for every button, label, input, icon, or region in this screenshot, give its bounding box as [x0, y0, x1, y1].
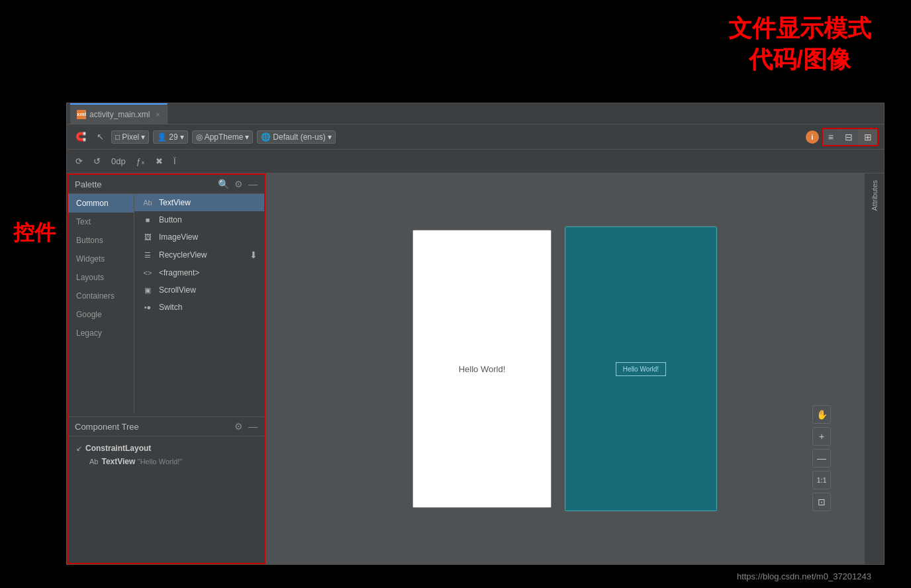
pixel-label: Pixel: [122, 132, 139, 142]
zoom-in-button[interactable]: +: [812, 427, 831, 446]
chevron-down-icon-2: ▾: [180, 132, 184, 142]
api-select[interactable]: 👤 29 ▾: [153, 130, 187, 144]
widget-switch[interactable]: •● Switch: [134, 299, 264, 316]
component-tree-section: Component Tree ⚙ — ↙ ConstraintLayout A: [68, 417, 264, 563]
tab-activity-main[interactable]: xml activity_main.xml ×: [70, 103, 168, 124]
widget-imageview[interactable]: 🖼 ImageView: [134, 228, 264, 246]
category-list: Common Text Buttons Widgets Layouts Cont…: [68, 194, 134, 414]
ide-container: xml activity_main.xml × 🧲 ↖ □ Pixel ▾ 👤 …: [66, 103, 885, 565]
annotation-line1: 文件显示模式: [728, 13, 871, 44]
tree-textview[interactable]: Ab TextView "Hello World!": [76, 455, 256, 468]
person-icon: 👤: [157, 132, 167, 142]
view-mode-group: ≡ ⊟ ⊞: [822, 128, 879, 146]
attributes-label[interactable]: Attributes: [871, 180, 879, 211]
tab-bar: xml activity_main.xml ×: [67, 103, 884, 124]
download-icon[interactable]: ⬇: [250, 250, 258, 260]
toolbar-right: i ≡ ⊟ ⊞: [806, 128, 879, 146]
palette-search-icon[interactable]: 🔍: [218, 179, 229, 189]
chevron-down-icon-3: ▾: [245, 132, 249, 142]
scrollview-icon: ▣: [141, 286, 154, 295]
category-widgets[interactable]: Widgets: [68, 250, 134, 268]
component-tree-title: Component Tree: [75, 422, 139, 432]
tree-settings-icon[interactable]: ⚙: [234, 421, 243, 432]
palette-collapse-icon[interactable]: —: [248, 179, 258, 189]
switch-icon: •●: [141, 303, 154, 311]
widget-scrollview[interactable]: ▣ ScrollView: [134, 281, 264, 299]
toolbar-warn-btn[interactable]: ✖: [152, 155, 166, 168]
widget-button[interactable]: ■ Button: [134, 211, 264, 228]
textview-label: TextView: [159, 198, 191, 207]
widget-recyclerview[interactable]: ☰ RecyclerView ⬇: [134, 246, 264, 264]
toolbar-cursor-btn[interactable]: ↖: [93, 130, 107, 143]
imageview-icon: 🖼: [141, 233, 154, 241]
circle-icon: ◎: [196, 132, 203, 142]
widget-textview[interactable]: Ab TextView: [134, 194, 264, 211]
toolbar-rotate-btn[interactable]: ⟳: [72, 155, 86, 168]
chevron-down-icon-4: ▾: [328, 132, 332, 142]
toolbar-row-2: ⟳ ↺ 0dp ƒₓ ✖ Ï: [67, 150, 884, 173]
widget-fragment[interactable]: <> <fragment>: [134, 264, 264, 281]
toolbar-infer-btn[interactable]: Ï: [170, 155, 179, 168]
palette-settings-icon[interactable]: ⚙: [234, 179, 243, 189]
imageview-label: ImageView: [159, 232, 198, 242]
widget-list: Ab TextView ■ Button 🖼 ImageView ☰: [134, 194, 264, 414]
design-hello-world: Hello World!: [459, 364, 506, 374]
zoom-ratio-button[interactable]: 1:1: [812, 471, 831, 489]
textview-tree-label: TextView "Hello World!": [101, 457, 182, 466]
palette-content: Common Text Buttons Widgets Layouts Cont…: [68, 194, 264, 414]
tab-close-button[interactable]: ×: [156, 111, 160, 119]
dp-label: 0dp: [111, 156, 126, 166]
constraint-label: ConstraintLayout: [85, 444, 151, 453]
palette-icons: 🔍 ⚙ —: [218, 179, 258, 189]
phone-design-preview: Hello World!: [412, 230, 551, 508]
fragment-icon: <>: [141, 269, 154, 277]
category-containers[interactable]: Containers: [68, 287, 134, 305]
button-label: Button: [159, 215, 182, 224]
theme-label: AppTheme: [205, 132, 244, 142]
category-buttons[interactable]: Buttons: [68, 231, 134, 250]
chevron-down-icon: ▾: [141, 132, 145, 142]
tree-collapse-icon[interactable]: —: [248, 421, 258, 432]
category-text[interactable]: Text: [68, 213, 134, 231]
annotation-line2: 代码/图像: [728, 44, 871, 75]
toolbar-row-1: 🧲 ↖ □ Pixel ▾ 👤 29 ▾ ◎ AppTheme ▾ 🌐 Defa…: [67, 124, 884, 150]
api-label: 29: [169, 132, 177, 142]
info-button[interactable]: i: [806, 130, 819, 144]
main-content: Palette 🔍 ⚙ — Common Text Buttons Widget…: [67, 173, 884, 564]
constraint-icon: ↙: [76, 444, 82, 453]
view-design-button[interactable]: ⊞: [859, 129, 877, 145]
toolbar-fx-btn[interactable]: ƒₓ: [133, 155, 148, 168]
textview-icon: Ab: [141, 199, 154, 207]
tree-icons: ⚙ —: [234, 421, 258, 432]
locale-label: Default (en-us): [273, 132, 325, 142]
category-legacy[interactable]: Legacy: [68, 324, 134, 342]
globe-icon: 🌐: [261, 132, 271, 142]
tree-constraint-layout[interactable]: ↙ ConstraintLayout: [76, 442, 256, 455]
category-layouts[interactable]: Layouts: [68, 268, 134, 287]
canvas-area: Hello World! Hello World! ✋ + — 1:1 ⊡: [265, 173, 864, 564]
xml-icon: xml: [77, 110, 86, 119]
category-google[interactable]: Google: [68, 305, 134, 324]
palette-section: Palette 🔍 ⚙ — Common Text Buttons Widget…: [68, 175, 264, 417]
view-split-button[interactable]: ⊟: [839, 129, 859, 145]
toolbar-dp-btn[interactable]: 0dp: [108, 155, 129, 168]
component-tree-header: Component Tree ⚙ —: [68, 417, 264, 436]
pixel-select[interactable]: □ Pixel ▾: [111, 130, 149, 144]
switch-label: Switch: [159, 303, 182, 312]
fit-button[interactable]: ⊡: [812, 493, 831, 511]
locale-select[interactable]: 🌐 Default (en-us) ▾: [257, 130, 335, 144]
toolbar-refresh-btn[interactable]: ↺: [90, 155, 104, 168]
category-common[interactable]: Common: [68, 194, 134, 213]
pan-tool-button[interactable]: ✋: [812, 405, 831, 424]
tree-content: ↙ ConstraintLayout Ab TextView "Hello Wo…: [68, 436, 264, 473]
palette-header: Palette 🔍 ⚙ —: [68, 175, 264, 194]
zoom-out-button[interactable]: —: [812, 449, 831, 467]
toolbar-magnet-btn[interactable]: 🧲: [72, 130, 89, 143]
theme-select[interactable]: ◎ AppTheme ▾: [192, 130, 254, 144]
palette-title: Palette: [75, 179, 101, 189]
view-code-button[interactable]: ≡: [823, 129, 839, 145]
scrollview-label: ScrollView: [159, 285, 196, 295]
left-panel: Palette 🔍 ⚙ — Common Text Buttons Widget…: [67, 173, 265, 564]
right-sidebar: Attributes: [864, 173, 884, 564]
annotation-top-right: 文件显示模式 代码/图像: [728, 13, 871, 75]
